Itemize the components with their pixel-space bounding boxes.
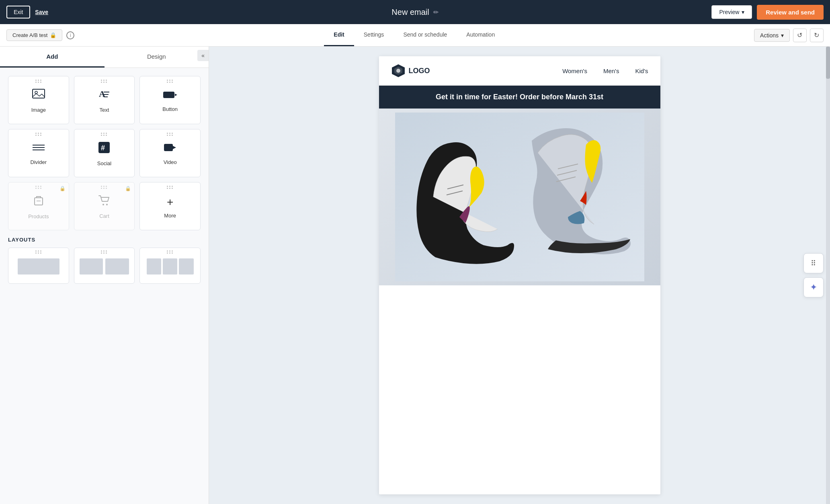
sub-header-left: Create A/B test 🔒 i <box>6 29 74 41</box>
main-area: « Add Design Image <box>0 47 830 504</box>
scrollbar-thumb[interactable] <box>826 47 830 79</box>
ab-test-label: Create A/B test <box>12 32 47 38</box>
undo-button[interactable]: ↺ <box>793 29 807 42</box>
sparkle-icon: ✦ <box>810 282 817 293</box>
text-icon: A <box>98 89 110 103</box>
image-label: Image <box>31 107 46 113</box>
element-card-cart[interactable]: 🔒 Cart <box>74 182 135 230</box>
sub-header: Create A/B test 🔒 i Edit Settings Send o… <box>0 24 830 47</box>
svg-rect-15 <box>35 198 43 205</box>
svg-point-21 <box>396 69 400 73</box>
info-icon[interactable]: i <box>66 31 74 39</box>
actions-label: Actions <box>760 32 779 39</box>
preview-label: Preview <box>719 9 739 15</box>
email-container: LOGO Women's Men's Kid's Get it in time … <box>379 56 660 494</box>
review-send-button[interactable]: Review and send <box>757 5 824 20</box>
sub-header-right: Actions ▾ ↺ ↻ <box>754 29 824 42</box>
edit-title-icon[interactable]: ✏ <box>433 8 439 16</box>
social-icon: # <box>98 141 110 156</box>
layout-drag-1 <box>35 250 42 254</box>
layout-preview-2 <box>78 258 131 275</box>
collapse-sidebar-button[interactable]: « <box>197 50 209 61</box>
divider-icon <box>33 143 45 155</box>
lock-icon: 🔒 <box>50 32 56 38</box>
header-left: Exit Save <box>6 6 48 18</box>
products-icon <box>33 195 45 209</box>
element-card-image[interactable]: Image <box>8 76 69 124</box>
layout-card-three-col[interactable] <box>139 248 201 284</box>
element-card-text[interactable]: A Text <box>74 76 135 124</box>
preview-chevron-icon: ▾ <box>742 9 744 15</box>
element-card-more[interactable]: + More <box>139 182 201 230</box>
email-title: New email <box>391 8 429 17</box>
nav-link-womens[interactable]: Women's <box>562 68 587 74</box>
products-label: Products <box>28 213 49 219</box>
drag-handle-video <box>167 133 173 136</box>
svg-rect-13 <box>164 144 173 151</box>
element-card-button[interactable]: Button <box>139 76 201 124</box>
svg-point-17 <box>102 204 104 205</box>
drag-handle-cart <box>101 186 107 189</box>
elements-grid: Image A Text <box>0 68 209 237</box>
drag-handle-text <box>101 80 107 83</box>
svg-text:A: A <box>99 89 105 99</box>
sidebar-tabs: Add Design <box>0 47 209 68</box>
layouts-title: LAYOUTS <box>8 237 201 243</box>
scrollbar-track[interactable] <box>826 47 830 504</box>
svg-text:#: # <box>101 144 105 152</box>
tab-edit[interactable]: Edit <box>324 24 354 46</box>
text-label: Text <box>100 107 109 113</box>
drag-handle-image <box>35 80 42 83</box>
save-button[interactable]: Save <box>35 9 48 15</box>
top-header: Exit Save New email ✏ Preview ▾ Review a… <box>0 0 830 24</box>
nav-link-kids[interactable]: Kid's <box>635 68 648 74</box>
sidebar: « Add Design Image <box>0 47 209 504</box>
element-card-products[interactable]: 🔒 Products <box>8 182 69 230</box>
header-center: New email ✏ <box>391 8 438 17</box>
layout-drag-3 <box>167 250 173 254</box>
svg-rect-0 <box>33 89 45 98</box>
more-plus-icon: + <box>167 196 173 209</box>
nav-link-mens[interactable]: Men's <box>603 68 619 74</box>
layout-card-two-col[interactable] <box>74 248 135 284</box>
logo-icon <box>391 64 406 78</box>
ab-test-button[interactable]: Create A/B test 🔒 <box>6 29 62 41</box>
button-label: Button <box>162 106 178 112</box>
banner-text: Get it in time for Easter! Order before … <box>436 93 603 101</box>
drag-handle-social <box>101 133 107 136</box>
element-card-divider[interactable]: Divider <box>8 129 69 177</box>
tab-settings[interactable]: Settings <box>354 24 394 46</box>
shoe-image-container <box>379 109 660 285</box>
svg-marker-14 <box>173 146 176 149</box>
svg-marker-7 <box>175 94 177 96</box>
products-lock-icon: 🔒 <box>59 186 66 191</box>
header-right: Preview ▾ Review and send <box>711 5 824 20</box>
element-card-video[interactable]: Video <box>139 129 201 177</box>
tab-send-schedule[interactable]: Send or schedule <box>393 24 457 46</box>
layout-card-single[interactable] <box>8 248 69 284</box>
element-card-social[interactable]: # Social <box>74 129 135 177</box>
layout-drag-2 <box>101 250 107 254</box>
cart-label: Cart <box>99 213 109 219</box>
drag-handle-divider <box>35 133 42 136</box>
exit-button[interactable]: Exit <box>6 6 30 18</box>
sidebar-tab-add[interactable]: Add <box>0 47 105 68</box>
layouts-grid <box>8 248 201 284</box>
actions-chevron-icon: ▾ <box>781 32 784 39</box>
svg-rect-6 <box>163 92 174 98</box>
email-logo: LOGO <box>391 64 430 78</box>
more-label: More <box>164 213 176 219</box>
redo-button[interactable]: ↻ <box>810 29 824 42</box>
video-label: Video <box>164 159 177 165</box>
shoe-svg <box>395 113 644 281</box>
grid-view-button[interactable]: ⠿ <box>803 253 824 273</box>
email-preview-area: LOGO Women's Men's Kid's Get it in time … <box>209 47 830 504</box>
sidebar-tab-design[interactable]: Design <box>105 47 209 68</box>
right-floating-panel: ⠿ ✦ <box>803 253 824 297</box>
sparkle-button[interactable]: ✦ <box>803 277 824 297</box>
logo-text: LOGO <box>409 67 430 75</box>
tab-automation[interactable]: Automation <box>457 24 504 46</box>
preview-button[interactable]: Preview ▾ <box>711 5 752 19</box>
layout-preview-3 <box>144 258 196 275</box>
actions-button[interactable]: Actions ▾ <box>754 29 790 42</box>
